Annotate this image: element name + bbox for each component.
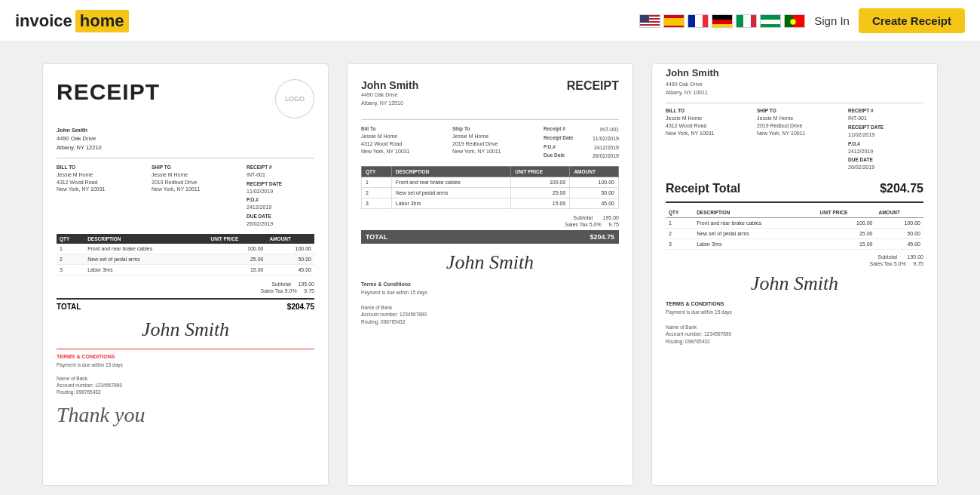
svg-rect-15 xyxy=(703,15,709,28)
table-row: 1Front and rear brake cables100.00100.00 xyxy=(57,244,314,254)
sign-in-button[interactable]: Sign In xyxy=(814,14,850,27)
logo-area: invoice home xyxy=(15,10,129,32)
card2-table: QTY DESCRIPTION UNIT PRICE AMOUNT 1Front… xyxy=(361,166,619,209)
svg-rect-14 xyxy=(695,15,703,28)
svg-rect-12 xyxy=(664,18,684,26)
create-receipt-button[interactable]: Create Receipt xyxy=(859,8,965,33)
svg-rect-16 xyxy=(712,15,733,20)
card2-header: John Smith 4490 Oak DriveAlbany, NY 1251… xyxy=(361,79,619,113)
svg-rect-13 xyxy=(688,15,695,28)
card2-totals: Subtotal 195.00 Sales Tax 5.0% 9.75 xyxy=(361,215,619,227)
card3-bill-row: BILL TO Jessie M Home4312 Wood RoadNew Y… xyxy=(666,108,923,171)
logo-invoice-text: invoice xyxy=(15,11,72,31)
card2-receipt-info: Receipt #INT-001 Receipt Date11/02/2019 … xyxy=(544,126,619,160)
receipt-card-1: RECEIPT LOGO John Smith 4490 Oak Drive A… xyxy=(42,63,329,486)
col-desc: DESCRIPTION xyxy=(391,167,510,177)
card1-bill-to: BILL TO Jessie M Home4312 Wood RoadNew Y… xyxy=(57,164,144,228)
card1-logo: LOGO xyxy=(275,79,314,118)
card3-footer: TERMS & CONDITIONS Payment is due within… xyxy=(666,301,923,346)
pt-flag[interactable] xyxy=(784,14,805,28)
card2-receipt-title: RECEIPT xyxy=(567,79,619,93)
svg-rect-21 xyxy=(751,15,757,28)
card3-table: QTY DESCRIPTION UNIT PRICE AMOUNT 1Front… xyxy=(666,208,923,250)
card1-bill-row: BILL TO Jessie M Home4312 Wood RoadNew Y… xyxy=(57,164,314,228)
table-row: 2New set of pedal arms25.0050.00 xyxy=(362,188,619,198)
svg-rect-9 xyxy=(640,27,660,28)
main-content: RECEIPT LOGO John Smith 4490 Oak Drive A… xyxy=(0,42,980,495)
card3-receipt-info: RECEIPT # INT-001 RECEIPT DATE 11/02/201… xyxy=(848,108,923,171)
svg-rect-7 xyxy=(640,24,660,26)
fr-flag[interactable] xyxy=(688,14,709,28)
svg-rect-8 xyxy=(640,26,660,27)
table-row: 2New set of pedal arms25.0050.00 xyxy=(666,229,923,239)
table-row: 2New set of pedal arms25.0050.00 xyxy=(57,254,314,264)
unknown-flag[interactable] xyxy=(760,14,781,28)
card2-bill-to: Bill To Jessie M Home4312 Wood RoadNew Y… xyxy=(361,126,446,160)
card1-signature: John Smith xyxy=(57,318,314,341)
col-desc: DESCRIPTION xyxy=(84,234,207,244)
card2-ship-to: Ship To Jessie M Home2019 Redbud DriveNe… xyxy=(452,126,537,160)
es-flag[interactable] xyxy=(663,14,684,28)
col-amount: AMOUNT xyxy=(266,234,314,244)
card2-total-row: TOTAL$204.75 xyxy=(361,230,619,244)
card1-footer: TERMS & CONDITIONS Payment is due within… xyxy=(57,349,314,395)
col-unit: UNIT PRICE xyxy=(511,167,570,177)
card1-receipt-info: RECEIPT # INT-001 RECEIPT DATE 11/02/201… xyxy=(247,164,314,228)
card3-total-banner: Receipt Total $204.75 xyxy=(666,176,923,203)
card2-bill-row: Bill To Jessie M Home4312 Wood RoadNew Y… xyxy=(361,126,619,160)
col-unit: UNIT PRICE xyxy=(208,234,267,244)
card3-signature: John Smith xyxy=(666,272,923,295)
table-row: 1Front and rear brake cables100.00100.00 xyxy=(666,218,923,229)
de-flag[interactable] xyxy=(712,14,733,28)
flags-container xyxy=(639,14,805,28)
card3-bill-to: BILL TO Jessie M Home4312 Wood RoadNew Y… xyxy=(666,108,752,171)
card2-customer-name: John Smith 4490 Oak DriveAlbany, NY 1251… xyxy=(361,79,418,113)
card3-totals: Subtotal 195.00 Sales Tax 5.0% 9.75 xyxy=(666,254,923,266)
card3-customer-name: John Smith xyxy=(666,67,923,78)
card1-customer: John Smith 4490 Oak Drive Albany, NY 122… xyxy=(57,126,314,152)
table-row: 3Labor 3hrs15.0045.00 xyxy=(666,239,923,250)
svg-rect-17 xyxy=(712,20,733,24)
receipt-card-3: John Smith 4490 Oak DriveAlbany, NY 1001… xyxy=(651,63,938,486)
card1-title: RECEIPT xyxy=(57,79,160,105)
svg-point-27 xyxy=(790,19,796,25)
us-flag[interactable] xyxy=(639,14,660,28)
col-desc: DESCRIPTION xyxy=(694,208,816,218)
table-row: 1Front and rear brake cables100.00100.00 xyxy=(362,177,619,188)
card3-address: 4490 Oak DriveAlbany, NY 10011 xyxy=(666,81,923,97)
card1-ship-to: SHIP TO Jessie M Home2019 Redbud DriveNe… xyxy=(152,164,239,228)
col-qty: QTY xyxy=(666,208,694,218)
card3-ship-to: SHIP TO Jessie M Home2019 Redbud DriveNe… xyxy=(757,108,844,171)
card1-total-row: TOTAL$204.75 xyxy=(57,298,314,311)
svg-rect-23 xyxy=(761,15,781,20)
svg-rect-19 xyxy=(737,15,743,28)
table-row: 3Labor 3hrs15.0045.00 xyxy=(57,264,314,275)
col-amount: AMOUNT xyxy=(570,167,619,177)
it-flag[interactable] xyxy=(736,14,757,28)
col-amount: AMOUNT xyxy=(875,208,923,218)
col-unit: UNIT PRICE xyxy=(817,208,876,218)
card2-footer: Terms & Conditions Payment is due within… xyxy=(361,281,619,326)
svg-rect-24 xyxy=(761,24,781,28)
svg-rect-6 xyxy=(640,23,660,24)
logo-home-text: home xyxy=(75,10,129,32)
header: invoice home xyxy=(0,0,980,42)
card2-signature: John Smith xyxy=(361,251,619,274)
receipt-card-2: John Smith 4490 Oak DriveAlbany, NY 1251… xyxy=(347,63,633,486)
col-qty: QTY xyxy=(362,167,392,177)
header-right: Sign In Create Receipt xyxy=(639,8,965,33)
card1-header: RECEIPT LOGO xyxy=(57,79,314,118)
svg-rect-18 xyxy=(712,24,733,28)
card1-thankyou: Thank you xyxy=(57,403,314,427)
table-row: 3Labor 3hrs15.0045.00 xyxy=(362,198,619,209)
col-qty: QTY xyxy=(57,234,84,244)
svg-rect-20 xyxy=(743,15,751,28)
card1-table: QTY DESCRIPTION UNIT PRICE AMOUNT 1Front… xyxy=(57,234,314,275)
card1-totals: Subtotal 195.00 Sales Tax 5.0% 9.75 xyxy=(57,281,314,294)
svg-rect-10 xyxy=(640,15,649,23)
